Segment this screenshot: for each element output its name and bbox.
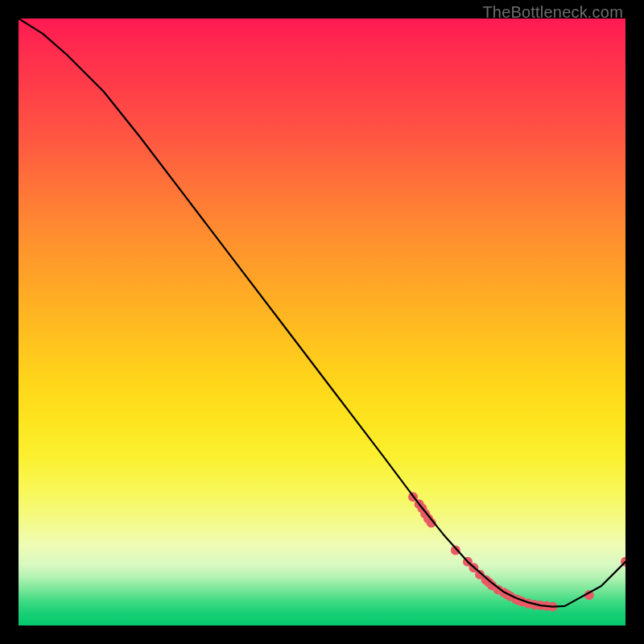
chart-svg — [19, 19, 625, 625]
highlight-dots — [408, 492, 625, 611]
plot-area — [19, 19, 625, 625]
bottleneck-curve — [19, 19, 625, 607]
watermark-text: TheBottleneck.com — [482, 3, 623, 22]
chart-frame: TheBottleneck.com — [0, 0, 644, 644]
